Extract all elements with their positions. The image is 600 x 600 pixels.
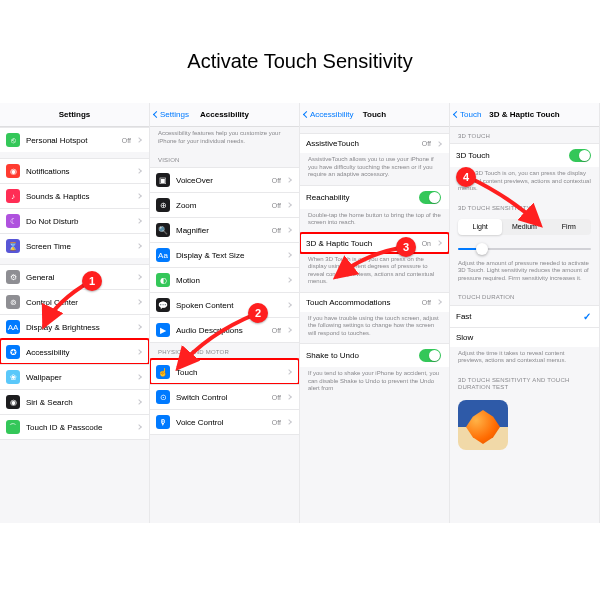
app-icon: ◉ — [6, 164, 20, 178]
chevron-right-icon — [136, 399, 142, 405]
row-slow[interactable]: Slow — [450, 327, 599, 347]
step-badge-2: 2 — [248, 303, 268, 323]
row-fast[interactable]: Fast ✓ — [450, 305, 599, 327]
label: Magnifier — [176, 226, 266, 235]
nav-bar: Touch 3D & Haptic Touch — [450, 103, 599, 127]
app-icon: ⊕ — [156, 198, 170, 212]
note: Adjust the amount of pressure needed to … — [450, 257, 599, 289]
row-personal-hotspot[interactable]: ⎋Personal HotspotOff — [0, 127, 149, 152]
page-title: Activate Touch Sensitivity — [0, 0, 600, 103]
row-control-center[interactable]: ⊚Control Center — [0, 289, 149, 314]
row-notifications[interactable]: ◉Notifications — [0, 158, 149, 183]
chevron-right-icon — [286, 177, 292, 183]
label: Display & Brightness — [26, 323, 131, 332]
nav-bar: Settings — [0, 103, 149, 127]
seg-medium[interactable]: Medium — [502, 219, 546, 235]
note: Adjust the time it takes to reveal conte… — [450, 347, 599, 371]
app-icon: ⎋ — [6, 133, 20, 147]
label: AssistiveTouch — [306, 139, 416, 148]
row-assistivetouch[interactable]: AssistiveTouch Off — [300, 133, 449, 153]
row-display-text-size[interactable]: AaDisplay & Text Size — [150, 242, 299, 267]
row-touch-id-passcode[interactable]: ⌒Touch ID & Passcode — [0, 414, 149, 440]
chevron-right-icon — [436, 141, 442, 147]
seg-firm[interactable]: Firm — [547, 219, 591, 235]
row-reachability[interactable]: Reachability — [300, 185, 449, 209]
value: Off — [422, 140, 431, 147]
label: Switch Control — [176, 393, 266, 402]
note: AssistiveTouch allows you to use your iP… — [300, 153, 449, 185]
sensitivity-slider[interactable] — [458, 243, 591, 255]
row-sounds-haptics[interactable]: ♪Sounds & Haptics — [0, 183, 149, 208]
app-icon: ⚙ — [6, 270, 20, 284]
app-icon: ☝ — [156, 365, 170, 379]
nav-title: Touch — [363, 110, 386, 119]
label: Audio Descriptions — [176, 326, 266, 335]
group-test: 3D TOUCH SENSITIVITY AND TOUCH DURATION … — [450, 371, 599, 394]
chevron-right-icon — [286, 370, 292, 376]
row-accessibility[interactable]: ✪Accessibility — [0, 339, 149, 364]
chevron-right-icon — [136, 274, 142, 280]
test-image[interactable] — [458, 400, 508, 450]
row-motion[interactable]: ◐Motion — [150, 267, 299, 292]
back-label: Settings — [160, 110, 189, 119]
row-voice-control[interactable]: 🎙Voice ControlOff — [150, 409, 299, 435]
row-3d-haptic-touch[interactable]: 3D & Haptic Touch On — [300, 233, 449, 253]
toggle-shake[interactable] — [419, 349, 441, 362]
app-icon: Aa — [156, 248, 170, 262]
row-voiceover[interactable]: ▣VoiceOverOff — [150, 167, 299, 192]
chevron-left-icon — [303, 111, 310, 118]
sensitivity-segment[interactable]: Light Medium Firm — [458, 219, 591, 235]
app-icon: 🔍 — [156, 223, 170, 237]
chevron-right-icon — [436, 240, 442, 246]
row-wallpaper[interactable]: ❀Wallpaper — [0, 364, 149, 389]
row-3d-touch[interactable]: 3D Touch — [450, 143, 599, 167]
group-sensitivity: 3D TOUCH SENSITIVITY — [450, 199, 599, 215]
chevron-right-icon — [136, 218, 142, 224]
label: Do Not Disturb — [26, 217, 131, 226]
row-spoken-content[interactable]: 💬Spoken Content — [150, 292, 299, 317]
row-audio-descriptions[interactable]: ▶Audio DescriptionsOff — [150, 317, 299, 343]
row-siri-search[interactable]: ◉Siri & Search — [0, 389, 149, 414]
row-shake-to-undo[interactable]: Shake to Undo — [300, 343, 449, 367]
chevron-right-icon — [286, 420, 292, 426]
row-screen-time[interactable]: ⌛Screen Time — [0, 233, 149, 258]
label: Slow — [456, 333, 591, 342]
chevron-right-icon — [136, 137, 142, 143]
app-icon: AA — [6, 320, 20, 334]
group-duration: TOUCH DURATION — [450, 288, 599, 304]
row-do-not-disturb[interactable]: ☾Do Not Disturb — [0, 208, 149, 233]
label: General — [26, 273, 131, 282]
app-icon: ☾ — [6, 214, 20, 228]
label: Control Center — [26, 298, 131, 307]
row-general[interactable]: ⚙General — [0, 264, 149, 289]
app-icon: ⊙ — [156, 390, 170, 404]
step-badge-3: 3 — [396, 237, 416, 257]
note: If you have trouble using the touch scre… — [300, 312, 449, 344]
row-touch-accommodations[interactable]: Touch Accommodations Off — [300, 292, 449, 312]
value: Off — [272, 327, 281, 334]
seg-light[interactable]: Light — [458, 219, 502, 235]
back-label: Accessibility — [310, 110, 354, 119]
chevron-left-icon — [153, 111, 160, 118]
app-icon: ❀ — [6, 370, 20, 384]
note: When 3D Touch is on, you can press on th… — [300, 253, 449, 292]
back-button[interactable]: Settings — [154, 110, 189, 119]
chevron-right-icon — [136, 374, 142, 380]
chevron-right-icon — [136, 349, 142, 355]
nav-bar: Settings Accessibility — [150, 103, 299, 127]
row-zoom[interactable]: ⊕ZoomOff — [150, 192, 299, 217]
row-switch-control[interactable]: ⊙Switch ControlOff — [150, 384, 299, 409]
row-magnifier[interactable]: 🔍MagnifierOff — [150, 217, 299, 242]
nav-title: 3D & Haptic Touch — [489, 110, 560, 119]
toggle-3d-touch[interactable] — [569, 149, 591, 162]
chevron-right-icon — [286, 277, 292, 283]
label: Touch — [176, 368, 281, 377]
row-display-brightness[interactable]: AADisplay & Brightness — [0, 314, 149, 339]
toggle-reachability[interactable] — [419, 191, 441, 204]
chevron-right-icon — [286, 227, 292, 233]
row-touch[interactable]: ☝Touch — [150, 359, 299, 384]
back-button[interactable]: Touch — [454, 110, 481, 119]
back-button[interactable]: Accessibility — [304, 110, 354, 119]
panel-touch: Accessibility Touch AssistiveTouch Off A… — [300, 103, 450, 523]
chevron-right-icon — [286, 327, 292, 333]
